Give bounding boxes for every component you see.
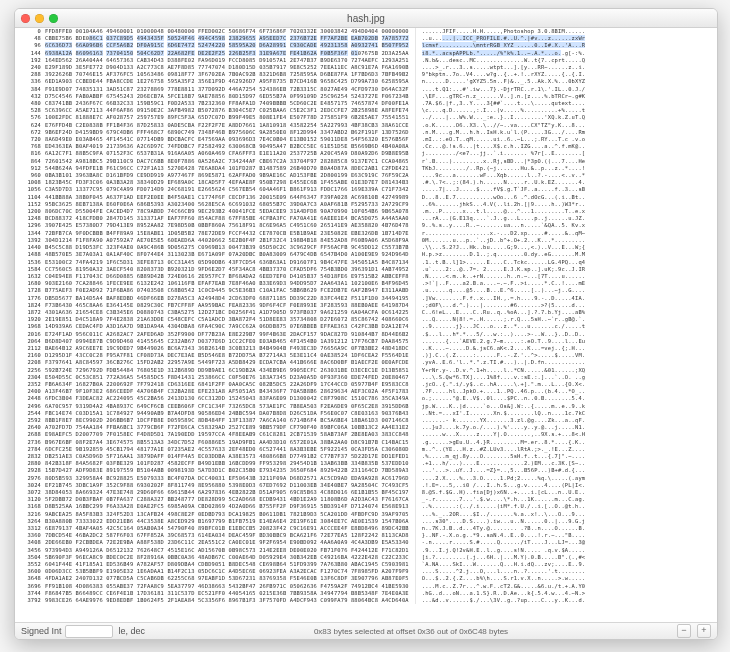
hex-cells[interactable]: 4FDA1AE2 2407D132 077BCD5A C5CAB6DB 6225…	[45, 575, 416, 582]
hex-cells[interactable]: 0D06D3CC 53B5BBF9 E1905E32 1E6ADAA1 B14F…	[45, 568, 416, 575]
hex-cells[interactable]: 1823B45C FD3F3C06 0A3B3A28 38340D29 EF68…	[45, 179, 416, 186]
ascii-cells[interactable]: r...................x.-...D2.xp.....#...…	[416, 230, 586, 237]
ascii-cells[interactable]: Y+rNr.y-..D.v.^.1+h.....l..*CN......&01.…	[416, 367, 586, 374]
ascii-cells[interactable]: ....s30"....D.S....).iw...u..N......0..|…	[416, 518, 586, 525]
hex-row[interactable]: 33607DBCD54E 46BA2DC2 587F6F03 67FF852A …	[15, 532, 717, 539]
hex-row[interactable]: 307238D84053 8A669324 47E3E748 29D60F66 …	[15, 489, 717, 496]
hex-row[interactable]: 624E76FFD4B C2E0838B FF1B4F36 87D25833 0…	[15, 122, 717, 129]
ascii-cells[interactable]: ....S.....^2.j...O,...l....n..?......'.t…	[416, 568, 586, 575]
hex-cells[interactable]: E98AEFC5 D2007709 7F0158EC F4D8D5D1 7A19…	[45, 431, 416, 438]
ascii-cells[interactable]: .]Vw........F.f..x...IH.,.=.h....9.-..D.…	[416, 295, 586, 302]
ascii-cells[interactable]: ...&d..v......$./...\3V..g..?up....C...y…	[416, 597, 586, 604]
ascii-cells[interactable]: -.n.....r.....S.#.....Q....../iT....J...…	[416, 539, 586, 546]
ascii-cells[interactable]: ../....|...W%.W..._:e..}..I.........'XQ.…	[416, 114, 586, 121]
hex-row[interactable]: 1104441BB88A 38B0F045 A637F1AD EEF2E0EE …	[15, 194, 717, 201]
close-icon[interactable]	[21, 14, 30, 23]
hex-content[interactable]: 0FFD8FFE0 00104A46 49460001 01000048 004…	[15, 28, 717, 622]
ascii-cells[interactable]: }..NF.-.X.o.g..*9..saN.4..E..0....!.r.~.…	[416, 532, 586, 539]
hex-cells[interactable]: 6ED1A903 CCBEDE44 FBA8CCDE 1E276758 595A…	[45, 78, 416, 85]
hex-row[interactable]: 432D75C4546 FAB0ABBF 67545243 2D6ECB7A 5…	[15, 93, 717, 100]
hex-cells[interactable]: A702FD7D 754AA184 FFBA6BC1 3779CB6F F72F…	[45, 424, 416, 431]
hex-cells[interactable]: 164ED562 26A404A4 64657363 CAB34D43 D388…	[45, 57, 416, 64]
hex-row[interactable]: 1536E53100C2 74FA4219 1F6C5D31 3EFE8713 …	[15, 259, 717, 266]
ascii-cells[interactable]: .!.E=...5,..i0 /...I..h.S...g.v.....4...…	[416, 482, 586, 489]
ascii-cells[interactable]: m..^..(YE...H.z..#Z.LUv3....lRtA.;>._.!E…	[416, 446, 586, 453]
ascii-cells[interactable]: 9..%.s..y....R..~.......ua...n.....`&QA.…	[416, 222, 586, 229]
ascii-cells[interactable]: .;d0F\...d.^.)...|........#6.......>?(5.…	[416, 302, 586, 309]
hex-row[interactable]: 2304E504D55C 0C53C851 772A36A5 54585DC5 …	[15, 374, 717, 381]
hex-cells[interactable]: 0BA3B101 3963BA8C D161BFD9 CE9DD919 A977…	[45, 172, 416, 179]
hex-cells[interactable]: 72601542 A9818BC5 29B110C9 DAC7C6BB 8E0F…	[45, 158, 416, 165]
hex-cells[interactable]: 842B318F 84A5682F 03FBE329 101FD287 4582…	[45, 460, 416, 467]
ascii-cells[interactable]: ..K....~.....D.&.jsC6.aK<.2....K...=vej.…	[416, 345, 586, 352]
hex-cells[interactable]: F86847B5 B66489CC CE6F4E1B 17D36181 311C…	[45, 590, 416, 597]
ascii-cells[interactable]: r`.B....).........x..Rj,sBD...|*3pO.((..…	[416, 158, 586, 165]
hex-cells[interactable]: 304D1214 F1F8FA90 A07592A7 AE70E5E5 60EA…	[45, 237, 416, 244]
hex-cells[interactable]: 3922626B 70746E15 AF376FC5 10563486 0981…	[45, 71, 416, 78]
minimize-icon[interactable]	[35, 14, 44, 23]
ascii-cells[interactable]: TKbJ........./..Rp.(~j.......Hu.&..p...z…	[416, 165, 586, 172]
ascii-cells[interactable]: ..%.......:(../.i.....(iM*.f.U./..i.[..O…	[416, 503, 586, 510]
hex-row[interactable]: 36000D06D3CC 53B5BBF9 E1905E32 1E6ADAA1 …	[15, 568, 717, 575]
signed-int-input[interactable]	[65, 625, 113, 638]
zoom-in-button[interactable]: +	[697, 624, 711, 638]
hex-cells[interactable]: 5C6396CC A5AE7113 44F6AF86 09150E2C 3AFB…	[45, 107, 416, 114]
hex-cells[interactable]: C83741BB 2436F67C 66B32C33 159B59C1 F0D2…	[45, 100, 416, 107]
hex-cells[interactable]: 6A70C957 9319D4A2 4BA8937C 649CF6CB CEEB…	[45, 403, 416, 410]
hex-row[interactable]: 31205F2DBB72 D0B3FBAF 0B7FA637 C288A327 …	[15, 496, 717, 503]
ascii-cells[interactable]: .)].C..(.Z.....:......F..-.Z.'..^>.....$…	[416, 352, 586, 359]
ascii-cells[interactable]: .7A.$6.|f.,3..Y....3{##`....t...\.....qu…	[416, 100, 586, 107]
hex-row[interactable]: 966C636D73 66A096B6 CCF5A6B2 DF0A915C 6D…	[15, 42, 717, 49]
hex-row[interactable]: 12963907E425 E57380D7 79D413E9 8952AA82 …	[15, 222, 717, 229]
zoom-icon[interactable]	[49, 14, 58, 23]
hex-row[interactable]: 5285C6396CC A5AE7113 44F6AF86 09150E2C 3…	[15, 107, 717, 114]
hex-cells[interactable]: 3907E425 E57380D7 79D413E9 8952AA82 7E98…	[45, 222, 416, 229]
hex-cells[interactable]: 8A6D49E0 E03AB465 4F14541C 07714DB9 BDCB…	[45, 136, 416, 143]
hex-cells[interactable]: 9ABCEA25 8A5F83B3 324F52D3 13CAFB24 498C…	[45, 511, 416, 518]
hex-cells[interactable]: D75C4546 FAB0ABBF 67545243 2D6ECB7A 5FCE…	[45, 93, 416, 100]
hex-cells[interactable]: B775AEF3 F0E2AD92 71F6BA86 07403508 C68B…	[45, 287, 416, 294]
ascii-cells[interactable]: ..Nt.=...xI'.I.......Xn.$........lQ..n..…	[416, 410, 586, 417]
hex-cells[interactable]: B30A880B 73333022 EDD21EB6 44C3538E A8CE…	[45, 518, 416, 525]
ascii-cells[interactable]: .......- k.......YX.......3.zl.@g....Zk.…	[416, 417, 586, 424]
hex-row[interactable]: 24966A70C957 9319D4A2 4BA8937C 649CF6CB …	[15, 403, 717, 410]
ascii-cells[interactable]: ......w...X.....z....Y|.O.......,..9X.s.…	[416, 431, 586, 438]
hex-row[interactable]: 1440B45C5C88 D19D53FC 323F4AE0 0A9C486B …	[15, 244, 717, 251]
hex-row[interactable]: 33126E879137 4BAF4A05 42C5C164 05AB0A34 …	[15, 525, 717, 532]
hex-cells[interactable]: 5B690F3F 96ECA8C9 BDEC0C2E 8F28916A 0BBC…	[45, 554, 416, 561]
hex-row[interactable]: 3366ED1A903 CCBEDE44 FBA8CCDE 1E276758 5…	[15, 78, 717, 85]
hex-cells[interactable]: BAE64B12 A9C6EE7E 19C9DED7 9B449026 BC6A…	[45, 345, 416, 352]
hex-row[interactable]: 1824F73B6430 465C8AA6 E364145E 0829C30C …	[15, 302, 717, 309]
ascii-cells[interactable]: .+1...h/...)....E.............2.)EM...c.…	[416, 460, 586, 467]
hex-row[interactable]: 912544B624A 94FDFE1B F61C96CC C72F1A13 5…	[15, 165, 717, 172]
hex-row[interactable]: 134472BFB7CA 9F0DCBBB B4FF89A9 15E8ABE1 …	[15, 230, 717, 237]
ascii-cells[interactable]: .hG..d...oN...a.1.S}.R..D.Ae...k{.5.4.w.…	[416, 590, 586, 597]
ascii-cells[interactable]: j........./<e7...jj..`.i....... %7r[..E.…	[416, 150, 586, 157]
hex-cells[interactable]: 100E2FDC 81888E7C AF028757 259757E9 89FC…	[45, 114, 416, 121]
hex-cells[interactable]: 9B6EF24D D4159BD9 679C4DB6 FFF468C7 6890…	[45, 129, 416, 136]
ascii-cells[interactable]: .1..t.B..l]1>......E....C..Tckc......LG.…	[416, 259, 586, 266]
hex-row[interactable]: 6729B6EF24D D4159BD9 679C4DB6 FFF468C7 6…	[15, 129, 717, 136]
hex-row[interactable]: 1728B775AEF3 F0E2AD92 71F6BA86 07403508 …	[15, 287, 717, 294]
ascii-cells[interactable]: ...'...>..uY..J....=Z}=..,5...B56P...)B+…	[416, 467, 586, 474]
hex-row[interactable]: 2688E98AEFC5 D2007709 7F0158EC F4D8D5D1 …	[15, 431, 717, 438]
ascii-cells[interactable]: .#.\.?<..;:(84.).h......N.....r..U.k.EZ.…	[416, 179, 586, 186]
hex-row[interactable]: 34082DE66EB0 F2CBBDEA 72E2E9BA A88F538D …	[15, 539, 717, 546]
ascii-cells[interactable]: .u`....2:..@..7=. 2.....E.J.K.sp..].uK;.…	[416, 266, 586, 273]
hex-cells[interactable]: FF91B108 4D086383 055ABE37 72FAA8C9 5EA3…	[45, 583, 416, 590]
ascii-cells[interactable]: lcmsf..........\mntrRGB XYZ .....0..I#.X…	[416, 42, 586, 49]
ascii-cells[interactable]: jp.W....K..|d.....`o...Os&].W:..{.....m.…	[416, 403, 586, 410]
hex-row[interactable]: 2640A702FD7D 754AA184 FFBA6BC1 3779CB6F …	[15, 424, 717, 431]
hex-row[interactable]: 2880842B318F 84A5682F 03FBE329 101FD287 …	[15, 460, 717, 467]
hex-cells[interactable]: 72BFB7CA 9F0DCBBB B4FF89A9 15E8ABE1 1D05…	[45, 230, 416, 237]
ascii-cells[interactable]: .\EF....gTRC-n.z_......V..].n.[z....%.bT…	[416, 93, 586, 100]
ascii-cells[interactable]: ......JFIF.....H.H.....,Photoshop 3.0.8B…	[416, 28, 586, 35]
hex-row[interactable]: 292815B7D427 ADF9D83E 89197559 B5104ABB …	[15, 467, 717, 474]
hex-cells[interactable]: D8B525AA 16BBC299 F6A33A28 E0AE2FC5 6985…	[45, 503, 416, 510]
ascii-cells[interactable]: i8.*..acspAPPLb."...../%"k%.1..~.A.*...o…	[416, 50, 586, 57]
hex-row[interactable]: 3696FF91B108 4D086383 055ABE37 72FAA8C9 …	[15, 583, 717, 590]
hex-row[interactable]: 1584CC7560C5 81950A32 3AECF540 8208373D …	[15, 266, 717, 273]
ascii-cells[interactable]: .u......q....@5....B...E.^6.....[..)...~…	[416, 287, 586, 294]
hex-row[interactable]: 3024EF21B745 3DBC1A9F 352C9F88 6930202F …	[15, 482, 717, 489]
hex-row[interactable]: 10081823B45C FD3F3C06 0A3B3A28 38340D29 …	[15, 179, 717, 186]
